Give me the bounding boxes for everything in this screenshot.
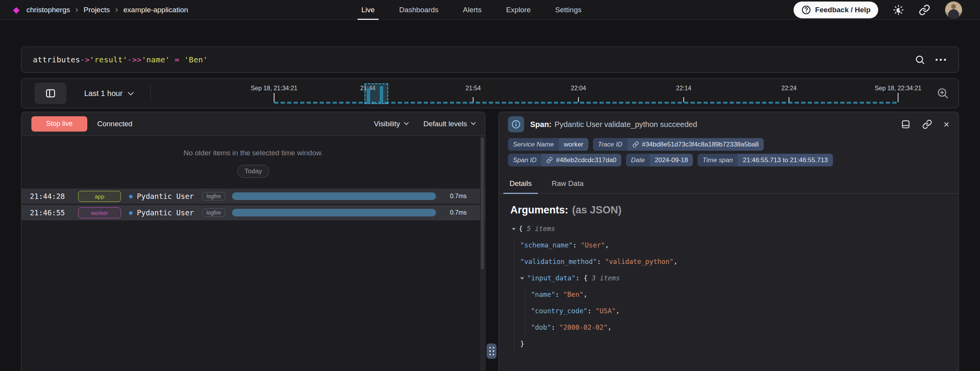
breadcrumb: christophergs › Projects › example-appli… [26,6,188,14]
meta-badge-text: #34bd8e51d73c3f4c8a189b72338a5ba8 [642,141,759,148]
meta-badge-text: worker [564,141,583,148]
query-token: 'Ben' [184,55,208,64]
chevron-down-icon [471,120,476,125]
json-value: "Ben" [563,291,583,298]
breadcrumb-project[interactable]: example-application [123,6,188,14]
visibility-dropdown[interactable]: Visibility [374,120,408,128]
tab-live[interactable]: Live [361,0,375,20]
chevron-down-icon[interactable] [512,228,516,230]
json-key: "validation_method" [520,258,597,265]
json-line: "input_data": { 3 items [506,270,959,286]
environment-badge: app [78,191,121,202]
divider [150,85,151,102]
empty-window-message: No older items in the selected time wind… [21,149,485,157]
scrollbar-track[interactable] [480,136,485,371]
chevron-right-icon: › [115,6,118,14]
time-range-label: Last 1 hour [84,89,122,98]
tab-details[interactable]: Details [508,176,533,193]
meta-badge-time-span: Time span21:46:55.713 to 21:46:55.713 [697,154,833,166]
time-range-select[interactable]: Last 1 hour [84,89,133,98]
timeline-tick-mark [683,97,684,102]
feedback-help-button[interactable]: Feedback / Help [794,2,878,18]
query-bar[interactable]: attributes->'result'->>'name' = 'Ben' ••… [21,47,959,73]
badge-row: Span ID#48eb2cdcdc317da0Date2024-09-18Ti… [508,154,949,166]
meta-badge-label: Service Name [508,138,559,151]
dock-bottom-icon[interactable] [901,119,911,129]
default-levels-dropdown[interactable]: Default levels [423,120,475,128]
query-input[interactable]: attributes->'result'->>'name' = 'Ben' [21,55,915,64]
span-timestamp: 21:46:55 [30,208,71,217]
span-meta-badges: Service NameworkerTrace ID#34bd8e51d73c3… [499,137,959,166]
live-panel-header: Stop live Connected Visibility Default l… [21,112,485,136]
json-value: "User" [581,241,605,249]
copy-link-icon[interactable] [922,119,932,129]
meta-badge-text: 2024-09-18 [655,156,688,164]
search-icon[interactable] [915,54,925,65]
meta-badge-span-id[interactable]: Span ID#48eb2cdcdc317da0 [508,154,621,166]
tab-alerts[interactable]: Alerts [463,0,482,20]
close-icon[interactable]: × [944,119,949,129]
tab-settings[interactable]: Settings [555,0,581,20]
visibility-label: Visibility [374,120,400,128]
json-key: "input_data" [527,274,575,282]
top-nav: ◆ christophergs › Projects › example-app… [0,0,980,20]
meta-badge-value: #48eb2cdcdc317da0 [541,154,621,166]
arguments-heading: Arguments:(as JSON) [506,204,959,216]
help-circle-icon [801,5,811,15]
sidebar-toggle-icon[interactable] [34,83,67,104]
indent-guide [525,290,525,334]
tab-dashboards[interactable]: Dashboards [399,0,438,20]
timeline-histogram[interactable]: Sep 18, 21:34:2121:4421:5422:0422:1422:2… [21,79,959,108]
query-more-menu[interactable]: ••• [935,55,948,64]
timeline-tick-label: 22:04 [571,85,586,92]
span-list-item[interactable]: 21:46:55worker◆Pydantic Userlogfire0.7ms [21,205,485,220]
meta-badge-value: 2024-09-18 [650,154,693,166]
duration-label: 0.7ms [443,209,467,216]
json-line: "schema_name": "User", [506,237,959,254]
span-detail-panel: Span:Pydantic User validate_python succe… [498,112,959,371]
timeline-tick-label: 21:54 [466,85,481,92]
chevron-down-icon [404,120,409,125]
detail-tabs: DetailsRaw Data [499,176,959,194]
arguments-heading-text: Arguments: [510,204,568,216]
theme-toggle-icon[interactable] [893,4,904,16]
histogram-bar [367,88,370,104]
meta-badge-label: Trace ID [593,138,627,151]
json-line: { 5 items [506,221,959,237]
span-timestamp: 21:44:28 [30,192,71,200]
json-comma: , [608,324,612,331]
json-colon: : [551,324,559,331]
query-token: attributes [33,55,80,64]
meta-badge-trace-id[interactable]: Trace ID#34bd8e51d73c3f4c8a189b72338a5ba… [593,138,764,151]
query-token: = [170,55,184,64]
today-badge[interactable]: Today [237,165,269,178]
zoom-in-icon[interactable] [936,87,949,100]
json-colon: : [588,307,596,315]
timeline-tick-label: 22:24 [781,85,797,92]
scrollbar-thumb[interactable] [481,138,484,269]
user-avatar[interactable] [945,1,962,19]
json-key: "name" [531,291,555,298]
breadcrumb-org[interactable]: christophergs [26,6,70,14]
panel-resize-handle[interactable] [487,343,497,359]
share-link-icon[interactable] [919,4,930,16]
json-line: "dob": "2000-02-02", [506,319,959,336]
query-token: ->> [127,55,142,64]
scope-badge: logfire [202,208,225,217]
json-brace: { [519,225,527,233]
breadcrumb-projects[interactable]: Projects [83,6,110,14]
json-key: "dob" [531,324,551,331]
connection-status: Connected [97,120,132,128]
json-line: } [506,336,959,352]
span-list-item[interactable]: 21:44:28app◆Pydantic Userlogfire0.7ms [21,189,485,204]
tab-explore[interactable]: Explore [506,0,531,20]
json-colon: : [597,258,605,265]
stop-live-button[interactable]: Stop live [31,116,87,132]
meta-badge-label: Time span [697,154,738,166]
tab-raw-data[interactable]: Raw Data [550,176,585,193]
chevron-down-icon[interactable] [520,277,524,280]
span-title: Span:Pydantic User validate_python succe… [530,120,697,129]
logfire-logo-icon[interactable]: ◆ [13,6,20,14]
json-item-count: 5 items [527,225,555,233]
json-brace: { [584,274,592,282]
